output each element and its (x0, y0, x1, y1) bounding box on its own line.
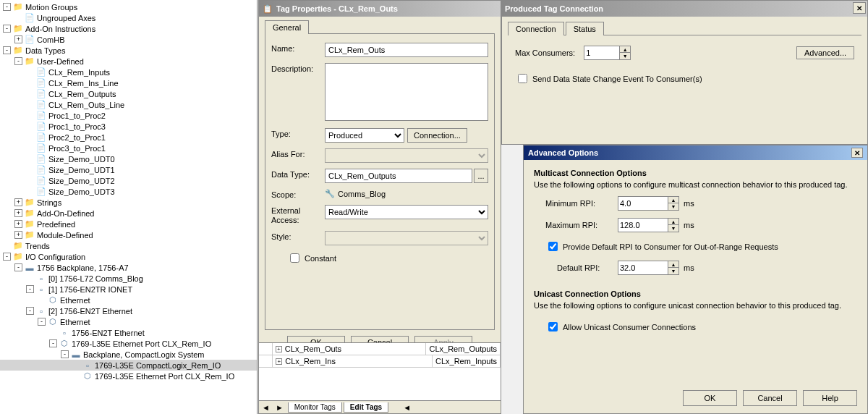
grid-row[interactable]: +CLx_Rem_InsCLx_Rem_Inputs (259, 355, 501, 368)
tab-nav-right[interactable]: ► (273, 403, 286, 412)
tree-item[interactable]: -▬1756 Backplane, 1756-A7 (0, 262, 257, 273)
datatype-browse-button[interactable]: ... (474, 169, 488, 183)
tree-item[interactable]: ▫[0] 1756-L72 Comms_Blog (0, 273, 257, 284)
tree-toggle-icon[interactable]: + (14, 231, 22, 239)
expand-icon[interactable]: + (276, 346, 282, 352)
tree-item[interactable]: +📁Add-On-Defined (0, 208, 257, 219)
tree-item[interactable]: -📁Add-On Instructions (0, 23, 257, 34)
tree-item[interactable]: 📄Size_Demo_UDT1 (0, 164, 257, 175)
tree-item[interactable]: -▫[2] 1756-EN2T Ethernet (0, 305, 257, 316)
tree-toggle-icon[interactable]: + (14, 35, 22, 43)
prod-tag-title-bar[interactable]: Produced Tag Connection (502, 1, 867, 17)
tree-item[interactable]: -📁Data Types (0, 45, 257, 56)
desc-textarea[interactable] (325, 63, 488, 121)
tree-toggle-icon[interactable]: - (3, 25, 11, 33)
tag-name-cell[interactable]: +CLx_Rem_Outs (273, 343, 427, 355)
tree-item[interactable]: 📄Size_Demo_UDT0 (0, 153, 257, 164)
tree-toggle-icon[interactable]: + (14, 198, 22, 206)
tree-item[interactable]: -⬡1769-L35E Ethernet Port CLX_Rem_IO (0, 338, 257, 349)
scroll-left[interactable]: ◄ (403, 403, 411, 412)
tab-nav-left[interactable]: ◄ (259, 403, 273, 412)
row-select[interactable] (259, 355, 273, 367)
alias-select[interactable] (325, 148, 488, 163)
adv-help-button[interactable]: Help (803, 390, 857, 406)
tree-toggle-icon[interactable]: - (26, 307, 34, 315)
name-input[interactable] (325, 43, 488, 57)
tree-item[interactable]: ▫1769-L35E CompactLogix_Rem_IO (0, 360, 257, 371)
providedef-checkbox[interactable] (548, 242, 558, 251)
tree-item[interactable]: 📄CLx_Rem_Outs_Line (0, 99, 257, 110)
datatype-input[interactable] (325, 169, 472, 183)
senddata-checkbox[interactable] (518, 74, 527, 83)
type-select[interactable]: Produced (325, 128, 404, 143)
tag-props-title-bar[interactable]: 📋 Tag Properties - CLx_Rem_Outs (259, 1, 501, 17)
adv-ok-button[interactable]: OK (683, 390, 737, 406)
tree-item[interactable]: -📁Motion Groups (0, 1, 257, 12)
tree-item[interactable]: 📄Proc1_to_Proc3 (0, 121, 257, 132)
defrpi-up[interactable]: ▲ (668, 261, 678, 268)
extaccess-select[interactable]: Read/Write (325, 205, 488, 219)
tab-status[interactable]: Status (566, 22, 604, 35)
tree-toggle-icon[interactable]: - (3, 46, 11, 54)
tree-toggle-icon[interactable]: + (14, 209, 22, 217)
tree-toggle-icon[interactable]: + (14, 220, 22, 228)
allowunicast-checkbox[interactable] (548, 322, 558, 331)
tree-item[interactable]: -📁I/O Configuration (0, 251, 257, 262)
tree-toggle-icon[interactable]: - (38, 318, 46, 326)
tree-item[interactable]: 📄Proc3_to_Proc1 (0, 143, 257, 153)
advanced-button[interactable]: Advanced... (796, 46, 854, 59)
maxcons-up[interactable]: ▲ (620, 46, 630, 53)
adv-cancel-button[interactable]: Cancel (743, 390, 797, 406)
tree-toggle-icon[interactable]: - (14, 57, 22, 65)
tree-item[interactable]: 📄CLx_Rem_Ins_Line (0, 77, 257, 88)
tree-item[interactable]: -▬Backplane, CompactLogix System (0, 349, 257, 360)
tree-item[interactable]: +📁Strings (0, 197, 257, 208)
edit-tags-tab[interactable]: Edit Tags (344, 402, 388, 413)
adv-close-button[interactable]: ✕ (851, 148, 863, 158)
maxrpi-input[interactable] (618, 218, 668, 232)
tag-type-cell[interactable]: CLx_Rem_Outputs (426, 343, 501, 355)
tree-item[interactable]: -⬡Ethernet (0, 316, 257, 327)
tree-toggle-icon[interactable]: - (49, 339, 57, 347)
tree-item[interactable]: 📄CLx_Rem_Inputs (0, 67, 257, 77)
minrpi-input[interactable] (618, 196, 668, 211)
style-select[interactable] (325, 231, 488, 245)
adv-opts-title-bar[interactable]: Advanced Options ✕ (524, 145, 867, 160)
monitor-tags-tab[interactable]: Monitor Tags (288, 402, 342, 413)
tree-item[interactable]: ⬡Ethernet (0, 295, 257, 305)
constant-checkbox[interactable] (290, 253, 299, 263)
tree-item[interactable]: 📄Proc2_to_Proc1 (0, 132, 257, 143)
grid-row[interactable]: +CLx_Rem_OutsCLx_Rem_Outputs (259, 343, 501, 355)
tree-item[interactable]: 📄Ungrouped Axes (0, 12, 257, 23)
tree-item[interactable]: +📁Module-Defined (0, 229, 257, 240)
tree-item[interactable]: 📄CLx_Rem_Outputs (0, 88, 257, 99)
tag-name-cell[interactable]: +CLx_Rem_Ins (273, 355, 433, 367)
tree-item[interactable]: 📄Proc1_to_Proc2 (0, 110, 257, 121)
tree-item[interactable]: -▫[1] 1756-EN2TR IONET (0, 284, 257, 295)
tree-toggle-icon[interactable]: - (3, 3, 11, 11)
expand-icon[interactable]: + (276, 358, 282, 365)
tree-item[interactable]: ▫1756-EN2T Ethernet (0, 327, 257, 338)
tree-item[interactable]: +📄ComHB (0, 34, 257, 45)
maxcons-input[interactable] (584, 46, 620, 60)
minrpi-down[interactable]: ▼ (668, 203, 678, 210)
defrpi-down[interactable]: ▼ (668, 268, 678, 274)
maxcons-down[interactable]: ▼ (620, 53, 630, 59)
tab-connection[interactable]: Connection (508, 22, 564, 35)
close-button[interactable]: ✕ (853, 2, 866, 14)
maxrpi-up[interactable]: ▲ (668, 219, 678, 225)
minrpi-up[interactable]: ▲ (668, 197, 678, 203)
tree-toggle-icon[interactable]: - (3, 253, 11, 261)
tag-type-cell[interactable]: CLx_Rem_Inputs (433, 355, 501, 367)
tree-toggle-icon[interactable]: - (61, 350, 69, 358)
tree-item[interactable]: ⬡1769-L35E Ethernet Port CLX_Rem_IO (0, 371, 257, 381)
defrpi-input[interactable] (618, 261, 668, 275)
tree-item[interactable]: -📁User-Defined (0, 56, 257, 67)
tree-item[interactable]: +📁Predefined (0, 219, 257, 229)
connection-button[interactable]: Connection... (407, 128, 467, 143)
tree-item[interactable]: 📄Size_Demo_UDT3 (0, 186, 257, 197)
row-select[interactable] (259, 343, 273, 355)
tab-general[interactable]: General (265, 20, 309, 34)
maxrpi-down[interactable]: ▼ (668, 225, 678, 232)
tree-toggle-icon[interactable]: - (14, 263, 22, 271)
